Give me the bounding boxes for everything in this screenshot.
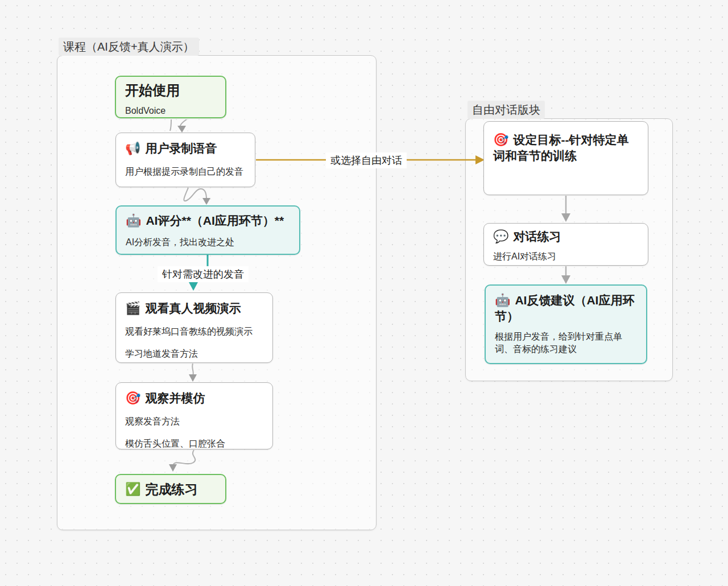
robot-icon: 🤖 — [126, 213, 141, 229]
edge-label-improve: 针对需改进的发音 — [158, 266, 249, 282]
node-line: 模仿舌头位置、口腔张合 — [125, 438, 263, 450]
group-course-label: 课程（AI反馈+真人演示） — [59, 38, 199, 56]
robot-icon: 🤖 — [495, 293, 510, 307]
node-complete[interactable]: ✅ 完成练习 — [115, 474, 226, 504]
speech-balloon-icon: 💬 — [493, 229, 508, 245]
node-title: 观看真人视频演示 — [145, 300, 241, 316]
node-record[interactable]: 📢 用户录制语音 用户根据提示录制自己的发音 — [115, 133, 255, 187]
node-line: 学习地道发音方法 — [125, 348, 263, 360]
node-video[interactable]: 🎬 观看真人视频演示 观看好莱坞口音教练的视频演示 学习地道发音方法 — [115, 292, 273, 363]
dart-target-icon: 🎯 — [125, 390, 140, 406]
node-subtitle: 根据用户发音，给到针对重点单词、音标的练习建议 — [495, 331, 637, 356]
diagram-canvas: 课程（AI反馈+真人演示） 自由对话版块 开始使用 BoldVoice — [0, 0, 728, 586]
node-title: 设定目标--针对特定单词和音节的训练 — [493, 133, 628, 162]
node-line: 观察发音方法 — [125, 415, 263, 428]
node-line: 观看好莱坞口音教练的视频演示 — [125, 325, 263, 338]
node-title: AI反馈建议（AI应用环节） — [495, 294, 634, 323]
node-subtitle: BoldVoice — [125, 105, 216, 117]
clapper-board-icon: 🎬 — [125, 300, 140, 316]
node-title: 用户录制语音 — [145, 141, 217, 156]
node-title: 观察并模仿 — [145, 390, 205, 406]
node-chat[interactable]: 💬 对话练习 进行AI对话练习 — [483, 223, 648, 266]
node-imitate[interactable]: 🎯 观察并模仿 观察发音方法 模仿舌头位置、口腔张合 — [115, 382, 273, 449]
node-subtitle: 进行AI对话练习 — [493, 250, 639, 263]
loudspeaker-icon: 📢 — [125, 141, 140, 156]
group-free-talk-label: 自由对话版块 — [468, 101, 545, 119]
node-title: 完成练习 — [145, 481, 197, 497]
node-feedback[interactable]: 🤖AI反馈建议（AI应用环节） 根据用户发音，给到针对重点单词、音标的练习建议 — [485, 284, 647, 364]
node-title: AI评分**（AI应用环节）** — [146, 213, 284, 229]
node-ai-score[interactable]: 🤖 AI评分**（AI应用环节）** AI分析发音，找出改进之处 — [115, 205, 300, 255]
dart-target-icon: 🎯 — [493, 133, 508, 147]
node-start[interactable]: 开始使用 BoldVoice — [115, 76, 226, 118]
node-subtitle: AI分析发音，找出改进之处 — [126, 236, 290, 249]
node-subtitle: 用户根据提示录制自己的发音 — [125, 166, 246, 178]
node-goal[interactable]: 🎯设定目标--针对特定单词和音节的训练 — [483, 121, 648, 195]
check-mark-icon: ✅ — [125, 481, 140, 497]
node-title: 对话练习 — [513, 229, 561, 245]
edge-label-free-talk: 或选择自由对话 — [326, 152, 407, 168]
node-title: 开始使用 — [125, 82, 180, 99]
